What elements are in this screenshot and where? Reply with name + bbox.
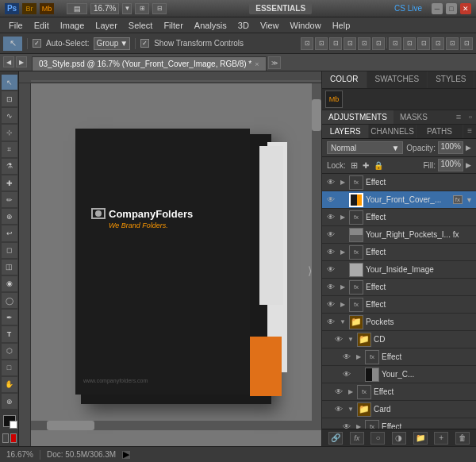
horizontal-scrollbar[interactable] — [31, 421, 312, 430]
cs-live-button[interactable]: CS Live — [394, 4, 422, 13]
distribute5-icon[interactable]: ⊡ — [446, 37, 459, 50]
distribute4-icon[interactable]: ⊡ — [432, 37, 444, 50]
table-row[interactable]: 👁 📁 CD — [322, 331, 476, 348]
link-layers-button[interactable]: 🔗 — [328, 432, 343, 445]
visibility-icon[interactable]: 👁 — [325, 212, 336, 223]
menu-select[interactable]: Select — [123, 17, 159, 33]
vertical-scroll-thumb[interactable] — [312, 99, 321, 131]
quick-mask-btn[interactable] — [10, 433, 17, 443]
table-row[interactable]: 👁 fx Effect — [322, 209, 476, 226]
visibility-icon[interactable]: 👁 — [325, 229, 336, 241]
new-fill-button[interactable]: ◑ — [392, 432, 406, 445]
path-tool[interactable]: ⬡ — [2, 344, 17, 359]
visibility-icon[interactable]: 👁 — [325, 317, 336, 328]
visibility-icon[interactable]: 👁 — [325, 247, 336, 258]
align-center-icon[interactable]: ⊡ — [315, 37, 328, 50]
tab-swatches[interactable]: SWATCHES — [367, 71, 428, 88]
distribute2-icon[interactable]: ⊡ — [403, 37, 416, 50]
visibility-icon[interactable]: 👁 — [341, 422, 352, 429]
new-layer-button[interactable]: + — [434, 432, 448, 445]
align-left-icon[interactable]: ⊡ — [301, 37, 313, 50]
layer-expand-icon[interactable] — [347, 387, 355, 398]
table-row[interactable]: 👁 Your_Inside_Image — [322, 261, 476, 279]
marquee-tool[interactable]: ⊡ — [2, 91, 17, 106]
blend-mode-dropdown[interactable]: Normal ▼ — [327, 141, 403, 154]
tab-layers[interactable]: LAYERS — [322, 125, 369, 138]
add-mask-button[interactable]: ○ — [370, 432, 385, 445]
stamp-tool[interactable]: ⊕ — [2, 209, 17, 224]
visibility-icon[interactable]: 👁 — [333, 387, 344, 398]
layer-expand-icon[interactable] — [339, 299, 347, 310]
pen-tool[interactable]: ✒ — [2, 310, 17, 325]
table-row[interactable]: 👁 fx Effect — [322, 348, 476, 366]
visibility-icon[interactable]: 👁 — [325, 282, 336, 293]
maximize-button[interactable]: □ — [446, 3, 457, 14]
table-row[interactable]: 👁 Your_Right_Pockets_I... fx — [322, 226, 476, 244]
table-row[interactable]: 👁 fx Effect — [322, 279, 476, 296]
table-row[interactable]: 👁 fx Effect — [322, 296, 476, 314]
group-dropdown[interactable]: Group▼ — [94, 37, 130, 50]
new-group-button[interactable]: 📁 — [413, 432, 428, 445]
delete-layer-button[interactable]: 🗑 — [455, 432, 470, 445]
layer-expand-icon[interactable] — [339, 247, 347, 258]
lock-pixel-icon[interactable]: ⊞ — [351, 160, 358, 171]
tab-paths[interactable]: PATHS — [416, 125, 463, 138]
menu-window[interactable]: Window — [285, 17, 327, 33]
menu-edit[interactable]: Edit — [29, 17, 55, 33]
tab-scroll-right[interactable]: ▶ — [16, 56, 27, 67]
transform-checkbox[interactable] — [140, 39, 149, 48]
type-tool[interactable]: T — [2, 326, 17, 341]
menu-help[interactable]: Help — [327, 17, 356, 33]
visibility-icon[interactable]: 👁 — [325, 194, 336, 206]
table-row[interactable]: 👁 📁 Card — [322, 401, 476, 418]
tab-styles[interactable]: STYLES — [428, 71, 474, 88]
zoom-tool[interactable]: ⊕ — [2, 394, 17, 409]
opacity-arrow[interactable]: ▶ — [466, 144, 471, 152]
tab-masks[interactable]: MASKS — [393, 110, 434, 124]
shape-tool[interactable]: □ — [2, 360, 17, 375]
br-icon[interactable]: Br — [22, 3, 36, 14]
table-row[interactable]: 👁 📁 Pockets — [322, 314, 476, 331]
essentials-button[interactable]: ESSENTIALS — [249, 2, 312, 14]
tab-channels[interactable]: CHANNELS — [369, 125, 416, 138]
table-row[interactable]: 👁 fx Effect — [322, 418, 476, 429]
opacity-input[interactable]: 100% — [438, 141, 463, 154]
foreground-color[interactable] — [3, 415, 16, 427]
menu-image[interactable]: Image — [55, 17, 90, 33]
visibility-icon[interactable]: 👁 — [325, 177, 336, 188]
fill-arrow[interactable]: ▶ — [466, 161, 471, 169]
tab-scroll-left[interactable]: ◀ — [3, 56, 14, 67]
align-middle-icon[interactable]: ⊡ — [358, 37, 370, 50]
visibility-icon[interactable]: 👁 — [341, 369, 352, 380]
layer-expand-icon[interactable] — [339, 282, 347, 293]
dodge-tool[interactable]: ◯ — [2, 293, 17, 308]
heal-tool[interactable]: ✚ — [2, 175, 17, 191]
layer-expand-icon[interactable] — [347, 334, 355, 345]
hand-tool[interactable]: ✋ — [2, 377, 17, 392]
ps-icon[interactable]: Ps — [5, 3, 19, 14]
visibility-icon[interactable]: 👁 — [333, 404, 344, 415]
normal-mode-btn[interactable] — [2, 433, 9, 443]
menu-filter[interactable]: Filter — [158, 17, 188, 33]
autoselect-checkbox[interactable] — [33, 39, 41, 48]
lock-move-icon[interactable]: ✚ — [363, 161, 369, 170]
layer-expand-icon[interactable] — [339, 212, 347, 223]
table-row[interactable]: 👁 Your_Front_Cover_... fx ▼ — [322, 191, 476, 209]
distribute1-icon[interactable]: ⊡ — [389, 37, 401, 50]
zoom-dropdown[interactable]: ▼ — [122, 3, 132, 14]
blur-tool[interactable]: ◉ — [2, 276, 17, 291]
visibility-icon[interactable]: 👁 — [333, 334, 344, 345]
file-tab[interactable]: 03_Style.psd @ 16.7% (Your_Front_Cover_I… — [32, 56, 267, 71]
visibility-icon[interactable]: 👁 — [325, 264, 336, 275]
table-row[interactable]: 👁 Your_C... — [322, 366, 476, 383]
table-row[interactable]: 👁 fx Effect — [322, 244, 476, 261]
menu-3d[interactable]: 3D — [232, 17, 255, 33]
mode-icon[interactable]: ▤ — [67, 3, 87, 14]
horizontal-scroll-thumb[interactable] — [47, 421, 94, 430]
layers-menu-icon[interactable]: ≡ — [463, 125, 476, 138]
mb-app-icon[interactable]: Mb — [325, 90, 343, 108]
menu-file[interactable]: File — [3, 17, 29, 33]
layer-expand-icon[interactable] — [355, 422, 363, 429]
close-button[interactable]: ✕ — [460, 3, 471, 14]
align-right-icon[interactable]: ⊡ — [329, 37, 342, 50]
